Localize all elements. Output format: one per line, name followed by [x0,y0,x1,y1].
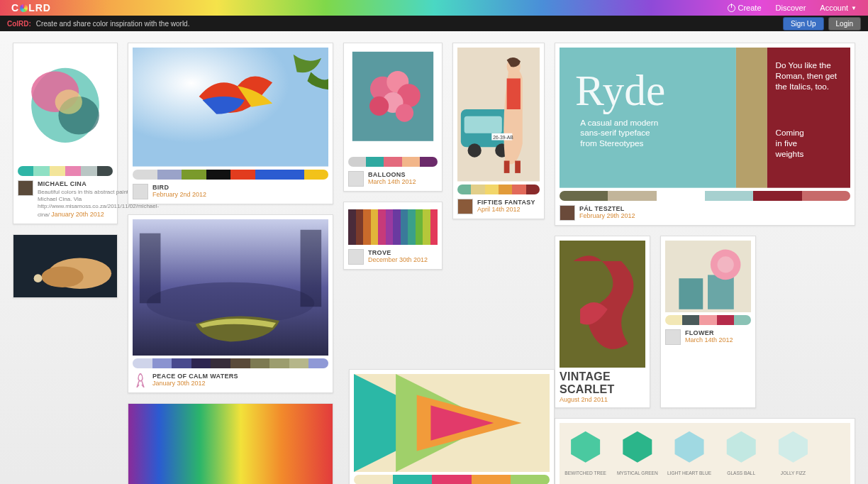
thumb-gems: BEWITCHED TREEMYSTICAL GREENLIGHT HEART … [560,423,850,484]
topbar: CLRD Create Discover Account▼ [0,0,868,16]
svg-text:A casual and modern: A casual and modern [580,118,658,127]
tagline-brand: ColRD: [7,20,31,28]
card-title: FIFTIES FANTASY [477,199,535,206]
card-title: FLOWER [685,329,733,336]
card-title: VINTAGE SCARLET [560,370,645,396]
tagline-bar: ColRD: Create and share color inspiratio… [0,16,868,31]
swatches [18,166,113,176]
svg-point-25 [468,143,482,157]
svg-text:from Stereotypes: from Stereotypes [580,138,643,148]
swatches [354,475,550,484]
card-title: TROVE [368,249,428,256]
swatches [665,315,751,325]
thumb-scarlet [560,241,645,368]
swatches [348,157,438,167]
card-boat[interactable]: PEACE OF CALM WATERS January 30th 2012 [128,214,333,393]
svg-text:sans-serif typeface: sans-serif typeface [580,128,650,137]
svg-point-8 [34,274,43,282]
svg-rect-12 [140,233,161,303]
card-date: February 2nd 2012 [152,191,206,198]
avatar[interactable] [560,205,575,221]
svg-point-52 [718,256,734,273]
tagline-text: Create and share color inspiration with … [36,20,190,28]
card-date: December 30th 2012 [368,256,428,263]
card-title: BIRD [152,184,206,191]
svg-text:26-39-AB: 26-39-AB [493,135,513,140]
signup-button[interactable]: Sign Up [783,17,824,31]
svg-text:Coming: Coming [776,128,804,137]
svg-text:Ryde: Ryde [575,66,665,114]
card-gems[interactable]: BEWITCHED TREEMYSTICAL GREENLIGHT HEART … [555,418,855,484]
avatar[interactable] [665,329,681,345]
svg-text:LIGHT HEART BLUE: LIGHT HEART BLUE [667,471,712,475]
svg-text:JOLLY FIZZ: JOLLY FIZZ [781,471,806,475]
svg-rect-14 [128,404,333,484]
nav-account[interactable]: Account▼ [820,4,857,12]
avatar[interactable] [457,199,473,214]
nav-discover[interactable]: Discover [776,4,806,12]
swatches [133,170,328,180]
top-nav: Create Discover Account▼ [728,4,857,12]
thumb-balloons [348,48,438,154]
thumb-fifties: 26-39-AB [457,48,540,182]
avatar[interactable] [18,180,33,196]
power-icon [728,4,735,12]
svg-rect-30 [504,161,510,173]
svg-text:Roman, then get: Roman, then get [776,71,838,80]
avatar[interactable] [348,171,364,187]
card-date: February 29th 2012 [579,212,635,219]
svg-rect-27 [464,116,502,133]
card-clouds[interactable] [13,234,118,299]
thumb-bird [133,48,328,167]
card-title: BALLOONS [368,171,416,178]
thumb-ryde: Ryde A casual and modern sans-serif type… [560,48,850,188]
svg-rect-29 [507,79,521,110]
login-button[interactable]: Login [828,17,861,31]
card-bird[interactable]: BIRD February 2nd 2012 [128,43,333,204]
svg-rect-13 [301,229,322,306]
avatar[interactable] [133,184,148,199]
thumb-flower [665,241,751,313]
svg-text:weights: weights [775,149,804,158]
card-scarlet[interactable]: VINTAGE SCARLET August 2nd 2011 [555,236,650,408]
logo[interactable]: CLRD [11,2,51,13]
svg-rect-31 [515,161,521,173]
card-cina[interactable]: MICHAEL CINA Beautiful colors in this ab… [13,43,118,224]
card-date: April 14th 2012 [477,206,535,213]
card-fifties[interactable]: 26-39-AB FIFTIES FANTASY April 14th 2012 [452,43,545,219]
thumb-boat [133,219,328,356]
thumb-gradient [128,404,333,484]
svg-point-21 [369,97,389,116]
card-ryde[interactable]: Ryde A casual and modern sans-serif type… [555,43,855,226]
svg-point-7 [41,266,83,287]
svg-rect-49 [679,278,703,309]
card-title: PEACE OF CALM WATERS [152,373,238,380]
svg-text:BEWITCHED TREE: BEWITCHED TREE [564,471,606,475]
svg-text:GLASS BALL: GLASS BALL [727,471,755,475]
svg-point-22 [396,104,413,121]
svg-text:MYSTICAL GREEN: MYSTICAL GREEN [617,471,658,475]
thumb-clouds [13,235,117,298]
card-title: PÁL TESZTEL [579,205,635,212]
card-balloons[interactable]: BALLOONS March 14th 2012 [343,43,443,192]
avatar[interactable] [348,249,364,265]
svg-text:the Italics, too.: the Italics, too. [776,82,829,91]
swatches [560,191,850,201]
card-gplay[interactable]: GPLAY g April 22nd 2012 [349,369,555,484]
swatches [133,358,328,368]
card-gradient[interactable] [128,403,333,484]
card-date: August 2nd 2011 [560,396,645,403]
chevron-down-icon: ▼ [851,5,857,11]
swatches-large [348,209,438,245]
svg-text:Do You like the: Do You like the [776,60,831,70]
svg-point-4 [55,89,82,114]
nav-create[interactable]: Create [728,4,762,12]
card-date: March 14th 2012 [685,336,733,343]
swatches [457,185,540,194]
thumb-gplay [354,374,550,472]
thumb-abstract [18,48,113,163]
card-trove[interactable]: TROVE December 30th 2012 [343,202,443,270]
svg-rect-35 [736,48,767,188]
card-date: January 30th 2012 [152,380,238,387]
card-flower[interactable]: FLOWER March 14th 2012 [660,236,756,408]
